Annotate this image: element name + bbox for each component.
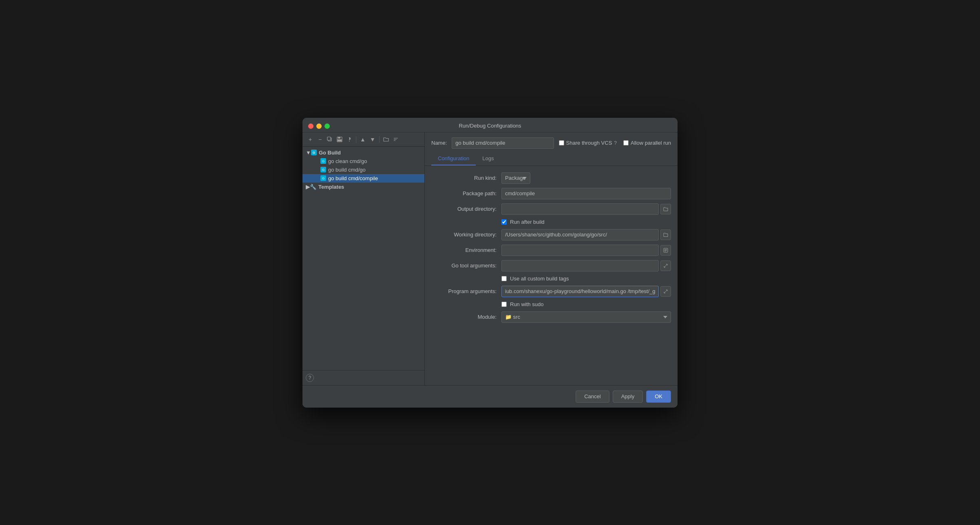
name-input[interactable]: [452, 137, 554, 149]
help-button[interactable]: ?: [306, 374, 314, 382]
working-directory-row: Working directory:: [431, 229, 671, 240]
folder-button[interactable]: [382, 135, 391, 144]
go-compile-icon: G: [320, 175, 326, 181]
name-row: Name: Share through VCS ? Allow parallel…: [425, 132, 678, 152]
use-custom-build-tags-row: Use all custom build tags: [431, 276, 671, 282]
go-build-icon: G: [311, 150, 317, 155]
tree-item-go-build-cmd-compile[interactable]: ▶ G go build cmd/compile: [302, 174, 424, 183]
apply-button[interactable]: Apply: [613, 390, 643, 403]
go-build-label: Go Build: [319, 150, 341, 156]
module-label: Module:: [431, 314, 497, 320]
package-path-input[interactable]: [501, 188, 671, 199]
module-select[interactable]: 📁 src: [501, 311, 671, 323]
traffic-lights: [308, 124, 330, 129]
program-arguments-label: Program arguments:: [431, 288, 497, 294]
templates-label: Templates: [318, 184, 344, 190]
environment-label: Environment:: [431, 247, 497, 253]
toolbar-divider: [356, 136, 356, 143]
title-bar: Run/Debug Configurations: [302, 118, 678, 132]
go-tool-arguments-expand-button[interactable]: [660, 260, 671, 271]
program-arguments-input[interactable]: [501, 286, 659, 297]
sidebar: + −: [302, 132, 425, 385]
ok-button[interactable]: OK: [646, 390, 671, 403]
sidebar-footer: ?: [302, 370, 424, 385]
save-button[interactable]: [335, 135, 344, 144]
svg-line-13: [664, 290, 667, 293]
minimize-button[interactable]: [316, 124, 322, 129]
dialog-body: + −: [302, 132, 678, 385]
go-tool-arguments-label: Go tool arguments:: [431, 262, 497, 269]
run-with-sudo-label: Run with sudo: [510, 301, 543, 307]
sort-button[interactable]: [391, 135, 400, 144]
package-path-row: Package path:: [431, 188, 671, 199]
run-kind-select-wrapper: Package File Directory: [501, 172, 575, 184]
output-directory-label: Output directory:: [431, 206, 497, 212]
go-tool-arguments-row: Go tool arguments:: [431, 260, 671, 271]
name-label: Name:: [431, 140, 447, 146]
svg-line-12: [664, 264, 667, 267]
tab-logs[interactable]: Logs: [476, 152, 500, 165]
output-directory-input[interactable]: [501, 203, 659, 215]
run-kind-select[interactable]: Package File Directory: [501, 172, 530, 184]
environment-edit-button[interactable]: [660, 245, 671, 256]
tree-group-go-build[interactable]: ▼ G Go Build: [302, 148, 424, 157]
settings-button[interactable]: [345, 135, 354, 144]
tree-item-go-clean[interactable]: ▶ G go clean cmd/go: [302, 157, 424, 165]
move-down-button[interactable]: ▼: [368, 135, 377, 144]
use-custom-build-tags-checkbox[interactable]: [501, 276, 507, 281]
allow-parallel-row: Allow parallel run: [623, 140, 671, 146]
dialog-title: Run/Debug Configurations: [459, 123, 521, 129]
run-with-sudo-row: Run with sudo: [431, 301, 671, 307]
tree-group-templates[interactable]: ▶ 🔧 Templates: [302, 183, 424, 191]
go-tool-arguments-input-wrapper: [501, 260, 671, 271]
add-button[interactable]: +: [306, 135, 315, 144]
working-directory-label: Working directory:: [431, 232, 497, 238]
close-button[interactable]: [308, 124, 313, 129]
form-area: Run kind: Package File Directory Package…: [425, 166, 678, 385]
go-build-cmd-go-label: go build cmd/go: [328, 167, 366, 173]
program-arguments-input-wrapper: [501, 286, 671, 297]
dialog-footer: Cancel Apply OK: [302, 385, 678, 408]
run-with-sudo-checkbox[interactable]: [501, 302, 507, 307]
go-clean-label: go clean cmd/go: [328, 158, 367, 164]
copy-button[interactable]: [325, 135, 334, 144]
working-directory-input[interactable]: [501, 229, 659, 240]
header-options: Share through VCS ? Allow parallel run: [559, 140, 671, 146]
allow-parallel-label: Allow parallel run: [631, 140, 671, 146]
share-vcs-row: Share through VCS ?: [559, 140, 617, 146]
output-directory-input-wrapper: [501, 203, 671, 215]
go-build-cmd-icon: G: [320, 167, 326, 172]
tree-item-go-build-cmd-go[interactable]: ▶ G go build cmd/go: [302, 165, 424, 174]
output-directory-browse-button[interactable]: [660, 204, 671, 214]
maximize-button[interactable]: [324, 124, 330, 129]
sidebar-tree: ▼ G Go Build ▶ G go clean cmd/go ▶ G go …: [302, 147, 424, 370]
environment-row: Environment:: [431, 245, 671, 256]
go-clean-icon: G: [320, 158, 326, 164]
share-vcs-help[interactable]: ?: [614, 140, 617, 146]
run-after-build-label: Run after build: [510, 219, 545, 225]
environment-input[interactable]: [501, 245, 659, 256]
package-path-label: Package path:: [431, 190, 497, 196]
environment-input-wrapper: [501, 245, 671, 256]
run-after-build-checkbox[interactable]: [501, 219, 507, 225]
share-vcs-label: Share through VCS: [566, 140, 612, 146]
use-custom-build-tags-label: Use all custom build tags: [510, 276, 569, 282]
module-row: Module: 📁 src: [431, 311, 671, 323]
working-directory-input-wrapper: [501, 229, 671, 240]
expand-arrow-go-build: ▼: [306, 150, 311, 156]
run-kind-row: Run kind: Package File Directory: [431, 172, 671, 184]
program-arguments-expand-button[interactable]: [660, 286, 671, 297]
tab-configuration[interactable]: Configuration: [431, 152, 476, 165]
share-vcs-checkbox[interactable]: [559, 140, 564, 146]
remove-button[interactable]: −: [316, 135, 324, 144]
tabs-row: Configuration Logs: [425, 152, 678, 166]
move-up-button[interactable]: ▲: [358, 135, 367, 144]
working-directory-browse-button[interactable]: [660, 229, 671, 240]
go-build-cmd-compile-label: go build cmd/compile: [328, 175, 378, 181]
cancel-button[interactable]: Cancel: [576, 390, 609, 403]
allow-parallel-checkbox[interactable]: [623, 140, 629, 146]
output-directory-row: Output directory:: [431, 203, 671, 215]
run-after-build-row: Run after build: [431, 219, 671, 225]
run-kind-label: Run kind:: [431, 175, 497, 181]
go-tool-arguments-input[interactable]: [501, 260, 659, 271]
